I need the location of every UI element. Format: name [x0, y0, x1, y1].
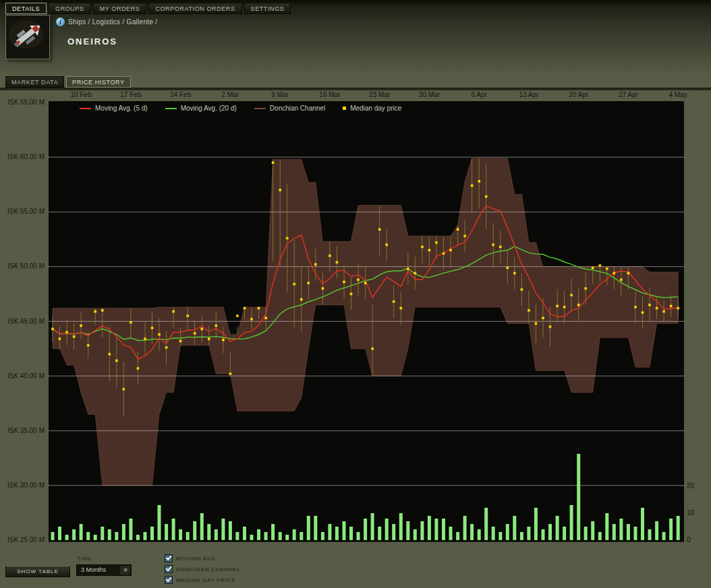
- x-tick-label: 27 Apr: [609, 91, 647, 98]
- volume-tick-label: 20: [687, 482, 694, 490]
- y-tick-label: ISK 60.00 M: [0, 153, 45, 160]
- legend-item: Moving Avg. (20 d): [165, 105, 237, 112]
- x-tick-label: 2 Mar: [211, 91, 249, 98]
- legend-item: Donchian Channel: [254, 105, 325, 112]
- info-icon[interactable]: i: [56, 18, 65, 26]
- time-range-dropdown[interactable]: 3 Months »: [76, 564, 132, 576]
- y-tick-label: ISK 45.00 M: [0, 318, 45, 325]
- tab-corporation-orders[interactable]: CORPORATION ORDERS: [148, 3, 241, 14]
- checkbox-label: DONCHIAN CHANNEL: [176, 566, 241, 572]
- checkbox-label: MEDIAN DAY PRICE: [176, 577, 236, 583]
- x-tick-label: 30 Mar: [410, 91, 448, 98]
- ship-thumbnail[interactable]: [5, 15, 50, 59]
- show-table-button[interactable]: SHOW TABLE: [5, 566, 70, 577]
- price-chart-svg: [49, 101, 684, 541]
- y-tick-label: ISK 25.00 M: [0, 536, 45, 543]
- tab-settings[interactable]: SETTINGS: [244, 3, 291, 14]
- moving-avg-checkbox[interactable]: [165, 554, 173, 562]
- x-tick-label: 10 Feb: [62, 91, 100, 98]
- tab-price-history[interactable]: PRICE HISTORY: [66, 76, 130, 88]
- moving-avg-checkbox-row[interactable]: MOVING AVG.: [165, 554, 218, 562]
- x-tick-label: 4 May: [659, 91, 697, 98]
- x-tick-label: 16 Mar: [311, 91, 349, 98]
- top-tabbar: DETAILS GROUPS MY ORDERS CORPORATION ORD…: [5, 3, 291, 14]
- y-tick-label: ISK 30.00 M: [0, 481, 45, 489]
- donchian-swatch-icon: [254, 108, 266, 109]
- volume-tick-label: 0: [687, 536, 691, 543]
- checkbox-label: MOVING AVG.: [176, 556, 218, 562]
- sub-tabbar: MARKET DATA PRICE HISTORY: [5, 76, 131, 88]
- x-tick-label: 6 Apr: [460, 91, 498, 98]
- breadcrumb[interactable]: Ships / Logistics / Gallente /: [68, 18, 157, 26]
- median-dot-swatch-icon: [343, 107, 346, 110]
- check-icon: [165, 576, 171, 582]
- tab-details[interactable]: DETAILS: [5, 3, 47, 14]
- y-tick-label: ISK 35.00 M: [0, 427, 45, 434]
- y-tick-label: ISK 55.00 M: [0, 208, 45, 215]
- ma5-line-swatch-icon: [80, 108, 91, 109]
- donchian-checkbox[interactable]: [165, 565, 173, 573]
- tab-my-orders[interactable]: MY ORDERS: [93, 3, 147, 14]
- x-tick-label: 23 Mar: [361, 91, 399, 98]
- x-tick-label: 20 Apr: [560, 91, 598, 98]
- donchian-checkbox-row[interactable]: DONCHIAN CHANNEL: [165, 565, 241, 573]
- x-axis: 10 Feb17 Feb24 Feb2 Mar9 Mar16 Mar23 Mar…: [0, 90, 711, 101]
- legend-label: Moving Avg. (5 d): [95, 105, 148, 112]
- chart-legend: Moving Avg. (5 d) Moving Avg. (20 d) Don…: [80, 105, 401, 112]
- time-label: TIME: [77, 556, 92, 562]
- tab-market-data[interactable]: MARKET DATA: [5, 76, 64, 88]
- legend-label: Donchian Channel: [270, 105, 325, 112]
- volume-tick-label: 10: [687, 509, 694, 517]
- x-tick-label: 17 Feb: [112, 91, 150, 98]
- x-tick-label: 24 Feb: [162, 91, 200, 98]
- check-icon: [165, 565, 171, 571]
- legend-label: Moving Avg. (20 d): [181, 105, 237, 112]
- ma20-line-swatch-icon: [165, 108, 177, 109]
- page-title: ONEIROS: [67, 36, 117, 47]
- legend-item: Median day price: [343, 105, 401, 112]
- legend-item: Moving Avg. (5 d): [80, 105, 148, 112]
- market-window: DETAILS GROUPS MY ORDERS CORPORATION ORD…: [0, 0, 711, 588]
- x-tick-label: 13 Apr: [510, 91, 548, 98]
- y-tick-label: ISK 50.00 M: [0, 262, 45, 270]
- legend-label: Median day price: [350, 105, 401, 112]
- median-checkbox[interactable]: [165, 576, 173, 584]
- median-checkbox-row[interactable]: MEDIAN DAY PRICE: [165, 576, 236, 584]
- chevron-down-icon[interactable]: »: [120, 566, 130, 575]
- ship-image: [6, 16, 48, 57]
- price-history-chart: Moving Avg. (5 d) Moving Avg. (20 d) Don…: [49, 101, 684, 542]
- y-tick-label: ISK 40.00 M: [0, 372, 45, 380]
- check-icon: [165, 554, 171, 560]
- time-range-value: 3 Months: [81, 566, 106, 573]
- tab-groups[interactable]: GROUPS: [49, 3, 91, 14]
- x-tick-label: 9 Mar: [261, 91, 299, 98]
